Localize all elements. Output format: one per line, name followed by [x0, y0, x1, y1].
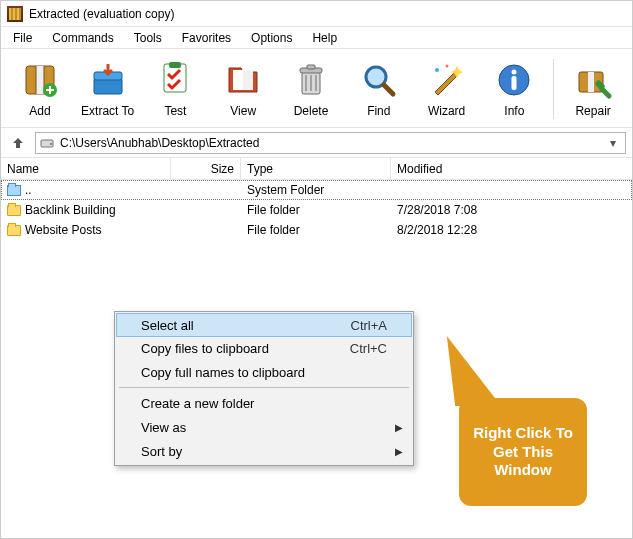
cm-view-as[interactable]: View as ▶: [117, 415, 411, 439]
tool-extract-label: Extract To: [76, 104, 140, 118]
col-modified[interactable]: Modified: [391, 158, 632, 179]
address-input[interactable]: [58, 135, 601, 151]
cm-copy-files[interactable]: Copy files to clipboard Ctrl+C: [117, 336, 411, 360]
menu-tools[interactable]: Tools: [124, 29, 172, 47]
folder-up-icon: [7, 185, 21, 196]
col-type[interactable]: Type: [241, 158, 391, 179]
app-icon: [7, 6, 23, 22]
svg-rect-7: [233, 70, 243, 90]
menu-bar: File Commands Tools Favorites Options He…: [1, 27, 632, 49]
cm-select-all[interactable]: Select all Ctrl+A: [116, 313, 412, 337]
list-item-up[interactable]: .. System Folder: [1, 180, 632, 200]
tool-info[interactable]: Info: [481, 55, 547, 123]
cell-modified: 7/28/2018 7:08: [391, 203, 632, 217]
repair-icon: [561, 58, 625, 102]
cm-sort-by[interactable]: Sort by ▶: [117, 439, 411, 463]
svg-rect-1: [36, 66, 44, 94]
cell-type: File folder: [241, 223, 391, 237]
menu-commands[interactable]: Commands: [42, 29, 123, 47]
file-list[interactable]: .. System Folder Backlink Building File …: [1, 180, 632, 240]
info-icon: [482, 58, 546, 102]
cell-modified: 8/2/2018 12:28: [391, 223, 632, 237]
test-icon: [144, 58, 208, 102]
cm-separator: [119, 387, 409, 388]
tool-wizard[interactable]: Wizard: [414, 55, 480, 123]
tool-wizard-label: Wizard: [415, 104, 479, 118]
folder-icon: [7, 205, 21, 216]
tool-test[interactable]: Test: [143, 55, 209, 123]
svg-rect-5: [164, 64, 186, 92]
cm-shortcut: Ctrl+A: [351, 318, 387, 333]
cm-create-folder[interactable]: Create a new folder: [117, 391, 411, 415]
address-bar: ▾: [1, 128, 632, 158]
svg-rect-19: [588, 72, 594, 92]
extract-icon: [76, 58, 140, 102]
list-item[interactable]: Website Posts File folder 8/2/2018 12:28: [1, 220, 632, 240]
tool-add-label: Add: [8, 104, 72, 118]
tool-view[interactable]: View: [210, 55, 276, 123]
cell-type: System Folder: [241, 183, 391, 197]
tool-repair[interactable]: Repair: [560, 55, 626, 123]
tool-add[interactable]: Add: [7, 55, 73, 123]
annotation-text: Right Click To Get This Window: [467, 424, 579, 480]
folder-icon: [7, 225, 21, 236]
cm-label: Sort by: [141, 444, 182, 459]
cm-label: Copy files to clipboard: [141, 341, 269, 356]
svg-rect-8: [243, 70, 253, 90]
view-icon: [211, 58, 275, 102]
context-menu: Select all Ctrl+A Copy files to clipboar…: [114, 311, 414, 466]
tool-find[interactable]: Find: [346, 55, 412, 123]
list-item[interactable]: Backlink Building File folder 7/28/2018 …: [1, 200, 632, 220]
cm-copy-names[interactable]: Copy full names to clipboard: [117, 360, 411, 384]
svg-point-16: [512, 70, 517, 75]
toolbar: Add Extract To Test: [1, 49, 632, 128]
cm-label: Copy full names to clipboard: [141, 365, 305, 380]
find-icon: [347, 58, 411, 102]
svg-rect-11: [307, 65, 315, 69]
cell-type: File folder: [241, 203, 391, 217]
menu-help[interactable]: Help: [302, 29, 347, 47]
svg-point-22: [50, 143, 52, 145]
tool-delete[interactable]: Delete: [278, 55, 344, 123]
submenu-arrow-icon: ▶: [395, 422, 403, 433]
window-title: Extracted (evaluation copy): [29, 7, 174, 21]
cm-label: View as: [141, 420, 186, 435]
menu-options[interactable]: Options: [241, 29, 302, 47]
tool-repair-label: Repair: [561, 104, 625, 118]
filename: ..: [25, 183, 32, 197]
archive-add-icon: [8, 58, 72, 102]
up-arrow-icon: [11, 136, 25, 150]
toolbar-separator: [553, 59, 554, 119]
drive-icon: [40, 136, 54, 150]
cm-label: Select all: [141, 318, 194, 333]
svg-point-14: [445, 65, 448, 68]
submenu-arrow-icon: ▶: [395, 446, 403, 457]
col-size[interactable]: Size: [171, 158, 241, 179]
annotation-callout: Right Click To Get This Window: [459, 398, 587, 506]
svg-point-13: [435, 68, 439, 72]
tool-extract[interactable]: Extract To: [75, 55, 141, 123]
wizard-icon: [415, 58, 479, 102]
column-headers: Name Size Type Modified: [1, 158, 632, 180]
filename: Website Posts: [25, 223, 101, 237]
tool-info-label: Info: [482, 104, 546, 118]
filename: Backlink Building: [25, 203, 116, 217]
cm-label: Create a new folder: [141, 396, 254, 411]
tool-test-label: Test: [144, 104, 208, 118]
svg-rect-17: [512, 76, 517, 90]
col-name[interactable]: Name: [1, 158, 171, 179]
svg-rect-6: [169, 62, 181, 68]
menu-file[interactable]: File: [3, 29, 42, 47]
cm-shortcut: Ctrl+C: [350, 341, 387, 356]
address-input-wrap[interactable]: ▾: [35, 132, 626, 154]
delete-icon: [279, 58, 343, 102]
tool-find-label: Find: [347, 104, 411, 118]
tool-delete-label: Delete: [279, 104, 343, 118]
tool-view-label: View: [211, 104, 275, 118]
menu-favorites[interactable]: Favorites: [172, 29, 241, 47]
up-button[interactable]: [7, 132, 29, 154]
title-bar: Extracted (evaluation copy): [1, 1, 632, 27]
address-dropdown-icon[interactable]: ▾: [605, 136, 621, 150]
